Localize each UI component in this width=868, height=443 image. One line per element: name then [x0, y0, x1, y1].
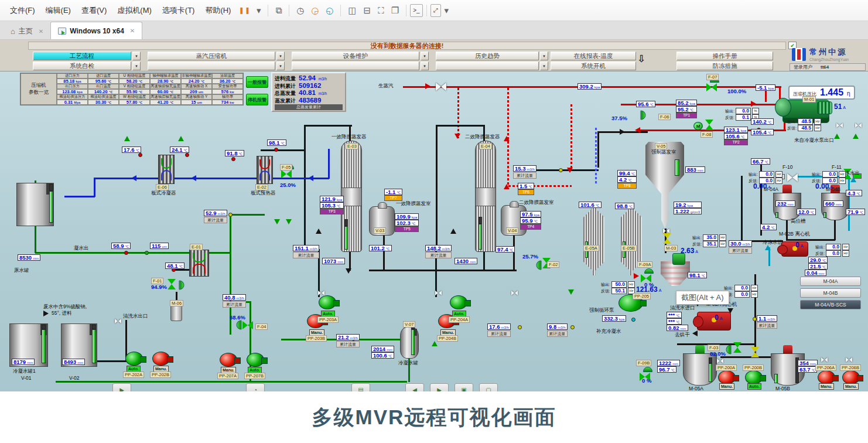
pump-pp-206a[interactable]: [818, 370, 835, 384]
close-icon[interactable]: ✕: [130, 28, 135, 34]
valve-small[interactable]: [435, 291, 442, 296]
valve-f-04[interactable]: [242, 321, 253, 329]
taskbar-play-icon[interactable]: ▶: [112, 383, 131, 391]
taskbar-clock-icon[interactable]: ◔: [246, 383, 265, 391]
button-M-04B[interactable]: M-04B: [800, 288, 861, 298]
pager-next-icon[interactable]: ▶: [430, 383, 449, 391]
fit-window-icon[interactable]: ⛶: [374, 4, 388, 17]
pipe: [532, 169, 599, 171]
actuator-f-09a[interactable]: [644, 268, 654, 274]
text-label: 一效降膜蒸发器: [332, 134, 367, 139]
home-icon: ⌂: [11, 27, 15, 36]
actuator-f-01[interactable]: [179, 281, 184, 290]
text-label: 冷凝水罐1: [13, 368, 36, 374]
cyan-arrow-icon: [765, 245, 771, 250]
pump-pp-202b[interactable]: [152, 352, 170, 366]
tab-home-label: 主页: [19, 26, 33, 36]
actuator-f-02[interactable]: [536, 261, 542, 270]
mode-Auto.[interactable]: Auto.: [747, 383, 761, 390]
motor-valve[interactable]: [705, 120, 713, 130]
mode-Manu.[interactable]: Manu.: [843, 383, 859, 390]
button-M-04A/B-SCS[interactable]: M-04A/B-SCS: [800, 300, 861, 309]
tag-E-05B: E-05B: [621, 245, 637, 251]
pump-pp-200b[interactable]: [745, 370, 763, 384]
pump-pp-206b[interactable]: [842, 370, 860, 384]
fullscreen-icon[interactable]: ⤢: [430, 4, 441, 17]
motor-indicator[interactable]: M: [693, 122, 703, 130]
valve-small[interactable]: [855, 123, 862, 128]
pump-pp-203a[interactable]: [319, 295, 336, 309]
revert-snapshot-icon[interactable]: ◶: [307, 4, 322, 17]
tab-vm[interactable]: Windows 10 x64✕: [50, 22, 142, 39]
tag-F-09B: F-09B: [636, 360, 651, 366]
flow-total-21.2: 21.2m3/h累计流量: [336, 334, 360, 347]
menu-item-tabs[interactable]: 选项卡(T): [157, 3, 200, 18]
pump-pp-202a[interactable]: [125, 352, 143, 366]
valve-small[interactable]: [511, 291, 518, 296]
actuator-f-09b[interactable]: [643, 367, 652, 372]
exchanger-e-01: [189, 250, 209, 277]
valve-small[interactable]: [318, 291, 324, 296]
screenshot-tooltip: 截图(Alt + A): [676, 291, 729, 305]
value-58.9: 58.9℃: [111, 243, 131, 249]
blue-arrow-icon: [191, 175, 196, 181]
valve-f-07[interactable]: [706, 83, 717, 91]
text-label: 来自冷凝水泵出口: [794, 137, 834, 143]
send-to-display-icon[interactable]: ⧉: [272, 4, 285, 17]
pump-pp-207b[interactable]: [247, 353, 264, 367]
tag-PP-205: PP-205: [633, 293, 651, 299]
valve-small[interactable]: [717, 359, 723, 364]
button-M-04A[interactable]: M-04A: [800, 277, 861, 286]
text-label: 板式预热器: [251, 190, 276, 196]
menu-item-help[interactable]: 帮助(H): [200, 3, 236, 18]
valve-f-01[interactable]: [168, 279, 176, 289]
valve-f-05[interactable]: [281, 170, 292, 178]
valve-small[interactable]: [836, 123, 843, 128]
menu-item-file[interactable]: 文件(F): [5, 3, 40, 18]
layout-bottom-icon[interactable]: ⊟: [360, 4, 375, 17]
layout-left-icon[interactable]: ◫: [344, 4, 360, 17]
console-icon[interactable]: >_: [410, 4, 422, 17]
pump-pp-207a[interactable]: [220, 353, 237, 367]
actuator-f-04[interactable]: [237, 321, 242, 330]
mode-Manu.[interactable]: Manu.: [819, 383, 834, 390]
mode-Manu.[interactable]: Manu.: [719, 383, 734, 390]
flow-total-148.2: 148.2m3/h累计流量: [425, 245, 452, 258]
taskbar-box-icon[interactable]: ▢: [479, 383, 498, 391]
actuator-f-03[interactable]: [726, 345, 732, 355]
manage-snapshot-icon[interactable]: ◵: [322, 4, 337, 17]
io-readout: 输出:48.5Hz反馈:48.5Hz: [787, 118, 821, 131]
pipe: [483, 252, 485, 271]
valve-slurry[interactable]: [751, 347, 759, 357]
close-icon[interactable]: ✕: [39, 28, 43, 35]
menu-item-vm[interactable]: 虚拟机(M): [112, 3, 157, 18]
valve-f-06[interactable]: [641, 111, 646, 120]
menu-item-view[interactable]: 查看(V): [76, 3, 112, 18]
pump-pp-204a[interactable]: [450, 295, 467, 309]
take-snapshot-icon[interactable]: ◷: [293, 4, 307, 17]
pipe: [94, 178, 329, 179]
cascade-icon[interactable]: ❐: [388, 4, 402, 17]
text-label: 二效降膜蒸发室: [519, 199, 554, 205]
tab-home[interactable]: ⌂主页✕: [4, 23, 50, 39]
red-arrow-icon: [454, 134, 460, 139]
caret-down-icon[interactable]: ▾: [253, 4, 265, 17]
valve-f-10[interactable]: [787, 173, 798, 182]
steam-valve[interactable]: [436, 83, 446, 91]
red-arrow-icon: [425, 83, 430, 89]
valve-small[interactable]: [846, 357, 852, 363]
pump-pp-200a[interactable]: [718, 370, 736, 384]
value-91.8: 91.8℃: [225, 150, 244, 156]
valve-small[interactable]: [821, 357, 828, 363]
valve-m-03[interactable]: [663, 233, 671, 244]
valve-small[interactable]: [663, 229, 669, 234]
current-2.63: 2.63A: [681, 245, 698, 255]
valve-f-03[interactable]: [733, 342, 741, 353]
pause-icon[interactable]: ❚❚: [236, 5, 252, 15]
taskbar-files-icon[interactable]: ▤: [351, 383, 370, 391]
valve-small[interactable]: [115, 319, 121, 324]
menu-item-edit[interactable]: 编辑(E): [40, 3, 76, 18]
taskbar-grid-icon[interactable]: ▣: [454, 383, 473, 391]
caret-down-icon[interactable]: ▾: [441, 4, 453, 17]
pager-prev-icon[interactable]: ◀: [405, 383, 424, 391]
